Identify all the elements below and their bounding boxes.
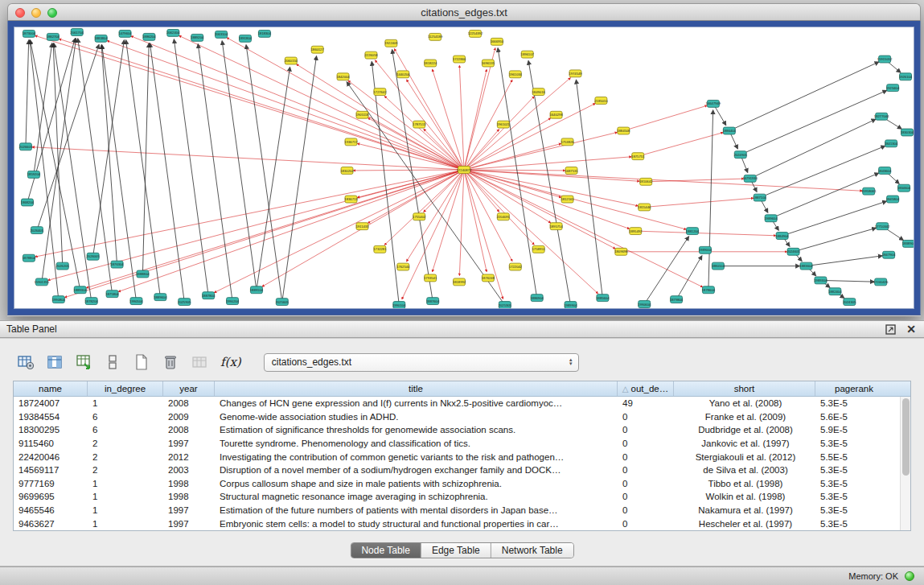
graph-node[interactable]: 1889604 [154,294,167,301]
graph-node[interactable]: 1886204 [142,33,156,40]
graph-node[interactable]: 1732281 [373,245,387,253]
table-cell[interactable]: 2008 [163,425,215,435]
graph-edge[interactable] [464,78,570,170]
window-titlebar[interactable]: citations_edges.txt [7,3,921,21]
graph-node[interactable]: 1878204 [85,298,99,305]
table-cell[interactable]: 2 [88,452,163,462]
close-panel-icon[interactable]: ✕ [905,323,918,336]
graph-edge[interactable] [729,62,879,131]
graph-node[interactable]: 2026005 [87,253,101,260]
table-cell[interactable]: 9115460 [14,439,88,448]
rows-icon[interactable] [103,352,122,372]
table-settings-icon[interactable] [16,352,35,372]
graph-node[interactable]: 1753826 [561,138,574,146]
table-cell[interactable]: Dudbridge et al. (2008) [674,425,815,435]
graph-node[interactable]: 1755402 [413,213,426,220]
graph-edge[interactable] [142,43,149,274]
graph-node[interactable]: 1990204 [226,298,240,305]
graph-node[interactable]: 1838904 [902,240,914,247]
graph-node[interactable]: 1887104 [754,194,767,201]
graph-edge[interactable] [623,105,707,130]
table-cell[interactable]: Changes of HCN gene expression and I(f) … [215,398,618,408]
graph-node[interactable]: 1440204 [396,71,410,78]
table-cell[interactable]: 14569117 [14,465,88,475]
new-file-icon[interactable] [132,352,151,372]
graph-node[interactable]: 1878804 [23,254,36,262]
table-scrollbar[interactable] [900,397,910,530]
graph-node[interactable]: 2026205 [56,262,70,270]
graph-edge[interactable] [35,35,464,170]
table-cell[interactable]: 5.3E-5 [815,519,893,529]
graph-node[interactable]: 2024605 [786,248,800,255]
graph-node[interactable]: 1881204 [686,228,700,235]
table-cell[interactable]: de Silva et al. (2003) [674,465,815,475]
import-table-icon[interactable] [74,352,93,372]
graph-node[interactable]: 2026405 [31,227,44,234]
graph-node[interactable]: 17240426 [873,278,889,286]
graph-node[interactable]: 1989904 [564,302,577,308]
graph-edge[interactable] [53,43,63,266]
graph-edge[interactable] [59,39,464,170]
graph-node[interactable]: 1859204 [27,171,41,178]
graph-edge[interactable] [464,104,595,170]
table-cell[interactable]: 1997 [163,439,215,448]
graph-edge[interactable] [375,60,464,170]
table-cell[interactable]: Embryonic stem cells: a model to study s… [215,519,618,529]
graph-node[interactable]: 1884904 [775,233,789,240]
show-columns-icon[interactable] [45,352,64,372]
table-source-dropdown[interactable]: citations_edges.txt ▲▼ [264,353,579,372]
graph-node[interactable]: 1818224 [424,60,437,67]
graph-edge[interactable] [222,41,257,290]
graph-node[interactable]: 2025905 [178,299,191,306]
table-cell[interactable]: Jankovic et al. (1997) [674,439,815,448]
graph-node[interactable]: 1884508 [617,127,630,134]
graph-node[interactable]: 1961021 [497,121,511,128]
graph-node[interactable]: 16647949 [706,100,721,107]
graph-node[interactable]: 1876248 [482,274,495,282]
graph-edge[interactable] [64,170,464,298]
graph-edge[interactable] [820,280,874,282]
graph-node[interactable]: 1905118 [355,111,369,118]
table-cell[interactable]: 1 [88,505,163,515]
column-header-year[interactable]: year [163,381,215,396]
graph-node[interactable]: 1830202 [340,167,354,175]
table-cell[interactable]: Corpus callosum shape and size in male p… [215,479,618,488]
graph-node[interactable]: 1876304 [110,261,124,268]
graph-node[interactable]: 1989604 [765,215,778,222]
graph-node[interactable]: 1887804 [202,292,216,299]
graph-node[interactable]: 1883804 [94,35,108,42]
graph-edge[interactable] [32,147,464,170]
graph-edge[interactable] [638,133,723,156]
graph-node[interactable]: 1873004 [23,30,36,37]
column-header-out_degree[interactable]: △out_de… [618,381,674,396]
graph-node[interactable]: 1879804 [670,296,684,303]
graph-node[interactable]: 1830304 [901,129,914,136]
graph-node[interactable]: 1845804 [886,196,900,203]
column-header-title[interactable]: title [215,381,618,396]
table-cell[interactable]: 18300295 [14,425,88,435]
graph-node[interactable]: 1687531 [565,167,578,175]
graph-node[interactable]: 1722860 [453,56,466,63]
table-row[interactable]: 1456911722003Disruption of a novel membe… [14,463,910,477]
graph-node[interactable]: 1834604 [897,184,911,192]
graph-edge[interactable] [372,61,399,305]
table-row[interactable]: 977716911998Corpus callosum shape and si… [14,477,910,491]
graph-node[interactable]: 2026605 [19,143,33,150]
graph-node[interactable]: 1923404 [886,84,900,92]
graph-node[interactable]: 1847904 [882,251,896,258]
table-cell[interactable]: 1998 [163,492,215,501]
table-cell[interactable]: Genome-wide association studies in ADHD. [215,412,618,422]
table-cell[interactable]: Tourette syndrome. Phenomenology and cla… [215,439,618,448]
graph-node[interactable]: 1886404 [723,127,737,134]
graph-edge[interactable] [464,157,631,170]
graph-node[interactable]: 1895492 [629,228,643,235]
graph-node[interactable]: 1887604 [426,298,440,305]
table-cell[interactable]: 5.6E-5 [815,412,893,422]
graph-node[interactable]: 1961034 [509,71,523,78]
graph-node[interactable]: 1936717 [344,138,358,146]
graph-edge[interactable] [348,80,464,170]
graph-node[interactable]: 1722042 [509,263,523,270]
graph-edge[interactable] [464,97,534,170]
scrollbar-thumb[interactable] [902,398,910,476]
tab-edge-table[interactable]: Edge Table [421,543,491,558]
